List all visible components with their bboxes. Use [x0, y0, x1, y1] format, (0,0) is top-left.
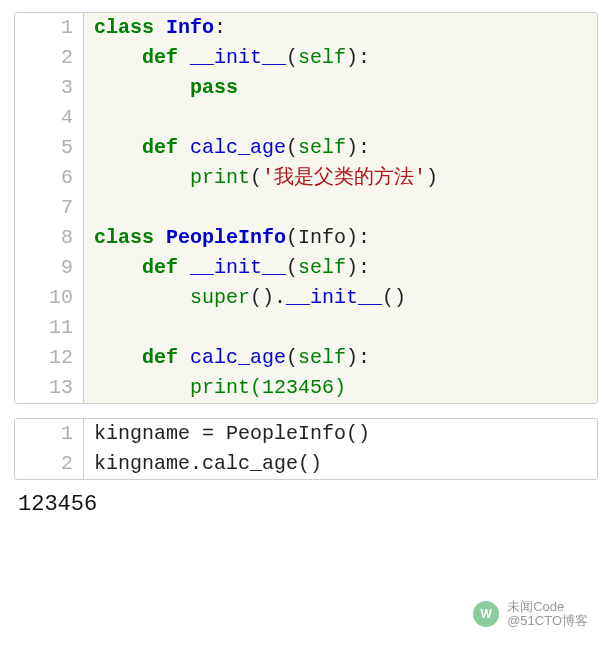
- line-number: 3: [15, 73, 84, 103]
- code-content: print(123456): [84, 373, 597, 403]
- code-token: kingname.calc_age(): [94, 452, 322, 475]
- line-number: 2: [15, 43, 84, 73]
- line-number: 13: [15, 373, 84, 403]
- line-number: 2: [15, 449, 84, 479]
- line-number: 8: [15, 223, 84, 253]
- code-content: def __init__(self):: [84, 253, 597, 283]
- code-token: ): [426, 166, 438, 189]
- code-token: Info: [166, 16, 214, 39]
- code-token: ):: [346, 136, 370, 159]
- code-token: calc_age: [190, 346, 286, 369]
- code-token: ): [334, 376, 346, 399]
- code-token: __init__: [190, 46, 286, 69]
- code-token: [178, 346, 190, 369]
- code-content: [84, 193, 597, 223]
- code-token: PeopleInfo: [166, 226, 286, 249]
- code-token: [94, 256, 142, 279]
- code-content: print('我是父类的方法'): [84, 163, 597, 193]
- code-line: 4: [15, 103, 597, 133]
- line-number: 9: [15, 253, 84, 283]
- code-token: :: [214, 16, 226, 39]
- code-line: 8class PeopleInfo(Info):: [15, 223, 597, 253]
- code-line: 9 def __init__(self):: [15, 253, 597, 283]
- code-token: def: [142, 136, 178, 159]
- code-token: ().: [250, 286, 286, 309]
- code-content: class Info:: [84, 13, 597, 43]
- code-token: class: [94, 226, 154, 249]
- code-token: def: [142, 346, 178, 369]
- code-content: def calc_age(self):: [84, 133, 597, 163]
- code-content: kingname = PeopleInfo(): [84, 419, 597, 449]
- code-content: pass: [84, 73, 597, 103]
- line-number: 4: [15, 103, 84, 133]
- code-token: '我是父类的方法': [262, 166, 426, 189]
- line-number: 11: [15, 313, 84, 343]
- line-number: 12: [15, 343, 84, 373]
- code-token: [178, 136, 190, 159]
- code-token: [94, 46, 142, 69]
- code-token: (: [250, 376, 262, 399]
- code-line: 1kingname = PeopleInfo(): [15, 419, 597, 449]
- code-token: (Info):: [286, 226, 370, 249]
- code-token: ):: [346, 346, 370, 369]
- code-token: __init__: [190, 256, 286, 279]
- code-line: 1class Info:: [15, 13, 597, 43]
- code-line: 11: [15, 313, 597, 343]
- execution-output: 123456: [14, 480, 598, 517]
- line-number: 6: [15, 163, 84, 193]
- code-token: def: [142, 46, 178, 69]
- code-token: self: [298, 256, 346, 279]
- code-token: kingname = PeopleInfo(): [94, 422, 370, 445]
- code-token: (: [286, 136, 298, 159]
- code-content: super().__init__(): [84, 283, 597, 313]
- code-content: def calc_age(self):: [84, 343, 597, 373]
- code-token: [94, 76, 190, 99]
- code-token: [94, 376, 190, 399]
- code-token: self: [298, 46, 346, 69]
- code-token: [94, 346, 142, 369]
- code-content: def __init__(self):: [84, 43, 597, 73]
- page-frame: 1class Info:2 def __init__(self):3 pass4…: [0, 0, 612, 517]
- code-block-usage: 1kingname = PeopleInfo()2kingname.calc_a…: [14, 418, 598, 480]
- code-line: 7: [15, 193, 597, 223]
- code-token: [178, 46, 190, 69]
- code-token: calc_age: [190, 136, 286, 159]
- code-content: class PeopleInfo(Info):: [84, 223, 597, 253]
- code-content: [84, 103, 597, 133]
- code-line: 2kingname.calc_age(): [15, 449, 597, 479]
- code-token: pass: [190, 76, 238, 99]
- code-token: ):: [346, 256, 370, 279]
- code-token: __init__: [286, 286, 382, 309]
- line-number: 10: [15, 283, 84, 313]
- code-token: (: [250, 166, 262, 189]
- code-line: 10 super().__init__(): [15, 283, 597, 313]
- code-token: print: [190, 376, 250, 399]
- code-token: [154, 16, 166, 39]
- code-token: [94, 136, 142, 159]
- code-token: print: [190, 166, 250, 189]
- code-content: kingname.calc_age(): [84, 449, 597, 479]
- line-number: 5: [15, 133, 84, 163]
- code-token: (: [286, 256, 298, 279]
- code-token: def: [142, 256, 178, 279]
- code-line: 13 print(123456): [15, 373, 597, 403]
- code-token: 123456: [262, 376, 334, 399]
- code-block-definitions: 1class Info:2 def __init__(self):3 pass4…: [14, 12, 598, 404]
- code-token: self: [298, 346, 346, 369]
- code-content: [84, 313, 597, 343]
- code-line: 6 print('我是父类的方法'): [15, 163, 597, 193]
- code-token: (: [286, 46, 298, 69]
- code-line: 5 def calc_age(self):: [15, 133, 597, 163]
- code-token: [94, 286, 190, 309]
- code-token: class: [94, 16, 154, 39]
- line-number: 1: [15, 13, 84, 43]
- line-number: 1: [15, 419, 84, 449]
- code-token: (: [286, 346, 298, 369]
- code-token: ):: [346, 46, 370, 69]
- code-token: [178, 256, 190, 279]
- code-token: [154, 226, 166, 249]
- line-number: 7: [15, 193, 84, 223]
- code-token: super: [190, 286, 250, 309]
- code-line: 3 pass: [15, 73, 597, 103]
- code-line: 12 def calc_age(self):: [15, 343, 597, 373]
